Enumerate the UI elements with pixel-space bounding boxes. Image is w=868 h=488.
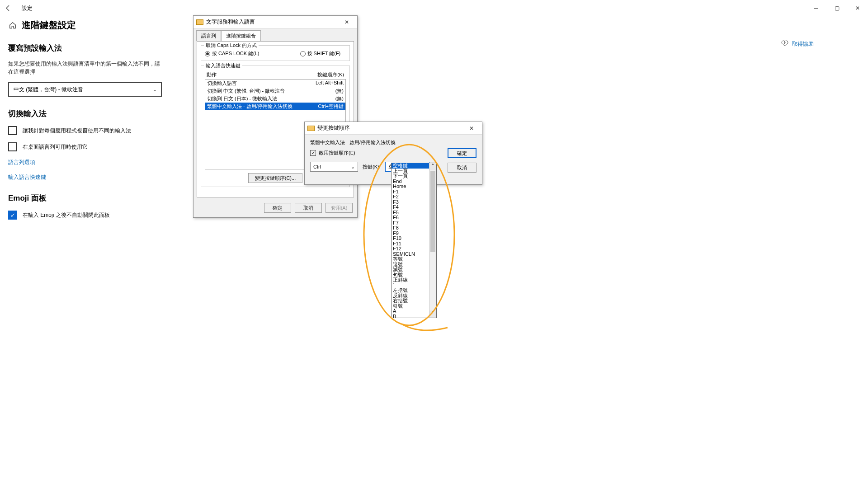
dialog1-apply-button: 套用(A)	[326, 203, 353, 213]
input-language-hotkeys-link[interactable]: 輸入語言快速鍵	[8, 174, 171, 181]
dropdown-option[interactable]: F9	[392, 231, 429, 236]
tab-language-bar[interactable]: 語言列	[196, 30, 221, 41]
per-app-ime-label: 讓我針對每個應用程式視窗使用不同的輸入法	[23, 127, 131, 135]
capslock-radio-shift-label: 按 SHIFT 鍵(F)	[307, 50, 341, 57]
per-app-ime-checkbox[interactable]	[8, 126, 17, 135]
dropdown-option[interactable]: `	[392, 283, 429, 288]
key-dropdown-list[interactable]: 空格鍵上一頁下一頁EndHomeF1F2F3F4F5F6F7F8F9F10F11…	[391, 163, 437, 318]
default-ime-value: 中文 (繁體，台灣) - 微軟注音	[14, 86, 83, 94]
capslock-group: 取消 Caps Lock 的方式 按 CAPS LOCK 鍵(L) 按 SHIF…	[201, 45, 350, 61]
window-titlebar: 設定 ─ ▢ ✕	[0, 0, 868, 16]
dropdown-option[interactable]: 減號	[392, 267, 429, 272]
dialog1-titlebar[interactable]: 文字服務和輸入語言 ✕	[193, 16, 357, 28]
dialog1-ok-button[interactable]: 確定	[264, 203, 291, 213]
dialog2-close-button[interactable]: ✕	[464, 125, 479, 131]
desktop-langbar-checkbox[interactable]	[8, 142, 17, 151]
dropdown-option[interactable]: F2	[392, 194, 429, 200]
chevron-down-icon: ⌄	[153, 87, 156, 92]
section-override-heading: 覆寫預設輸入法	[8, 43, 171, 53]
dropdown-option[interactable]: 空格鍵	[392, 163, 429, 169]
dropdown-option[interactable]: F7	[392, 221, 429, 226]
dropdown-option[interactable]: F6	[392, 215, 429, 221]
dropdown-option[interactable]: 引號	[392, 304, 429, 309]
back-button[interactable]	[0, 5, 16, 12]
dialog1-close-button[interactable]: ✕	[339, 19, 354, 25]
text-services-dialog: 文字服務和輸入語言 ✕ 語言列 進階按鍵組合 取消 Caps Lock 的方式 …	[193, 15, 358, 218]
dropdown-option[interactable]: 等號	[392, 257, 429, 262]
dropdown-option[interactable]: F4	[392, 205, 429, 210]
dropdown-option[interactable]: B	[392, 314, 429, 318]
hotkey-row: 切換輸入語言Left Alt+Shift	[205, 80, 345, 87]
dropdown-option[interactable]: SEMICLN	[392, 252, 429, 257]
dropdown-option[interactable]: F3	[392, 200, 429, 205]
dropdown-option[interactable]: F12	[392, 246, 429, 252]
hotkey-row-selected: 繁體中文輸入法 - 啟用/停用輸入法切換Ctrl+空格鍵	[205, 103, 345, 110]
minimize-button[interactable]: ─	[806, 0, 826, 16]
dropdown-option[interactable]: F1	[392, 189, 429, 195]
dropdown-option[interactable]: F5	[392, 210, 429, 216]
page-title: 進階鍵盤設定	[22, 19, 76, 31]
dropdown-scrollbar[interactable]: ˄ ˅	[429, 163, 436, 318]
settings-content: 進階鍵盤設定 覆寫預設輸入法 如果您想要使用的輸入法與語言清單中的第一個輸入法不…	[8, 19, 171, 220]
language-bar-options-link[interactable]: 語言列選項	[8, 159, 171, 166]
dropdown-option[interactable]: F11	[392, 241, 429, 247]
close-button[interactable]: ✕	[847, 0, 868, 16]
dropdown-option[interactable]: 逗號	[392, 262, 429, 267]
dropdown-option[interactable]: End	[392, 179, 429, 184]
keyboard-icon	[196, 19, 203, 25]
col-action: 動作	[207, 71, 317, 78]
chevron-down-icon: ⌄	[351, 164, 355, 170]
dropdown-option[interactable]: A	[392, 309, 429, 314]
capslock-radio-shift[interactable]: 按 SHIFT 鍵(F)	[300, 50, 341, 57]
dropdown-option[interactable]: 反斜線	[392, 293, 429, 299]
scroll-down-button[interactable]: ˅	[429, 310, 436, 318]
modifier-dropdown[interactable]: Ctrl ⌄	[310, 162, 358, 172]
keyboard-icon	[307, 126, 315, 131]
get-help-label: 取得協助	[792, 40, 814, 48]
scroll-thumb[interactable]	[430, 171, 435, 252]
emoji-keepopen-checkbox[interactable]	[8, 211, 17, 220]
radio-off-icon	[300, 51, 306, 56]
scroll-up-button[interactable]: ˄	[429, 163, 436, 170]
enable-key-sequence-checkbox[interactable]: ✓	[310, 150, 316, 156]
dialog1-title: 文字服務和輸入語言	[206, 18, 255, 26]
hotkey-row: 切換到 日文 (日本) - 微軟輸入法(無)	[205, 95, 345, 103]
desktop-langbar-label: 在桌面語言列可用時使用它	[23, 143, 88, 151]
dialog2-ok-button[interactable]: 確定	[448, 148, 476, 158]
dropdown-option[interactable]: F8	[392, 225, 429, 231]
window-title: 設定	[22, 5, 33, 12]
dialog2-titlebar[interactable]: 變更按鍵順序 ✕	[305, 122, 482, 135]
capslock-radio-caps[interactable]: 按 CAPS LOCK 鍵(L)	[205, 50, 259, 57]
dialog2-cancel-button[interactable]: 取消	[448, 163, 476, 173]
hotkey-row: 切換到 中文 (繁體, 台灣) - 微軟注音(無)	[205, 87, 345, 95]
dropdown-option[interactable]: 下一頁	[392, 174, 429, 179]
dropdown-option[interactable]: 上一頁	[392, 169, 429, 174]
dialog1-cancel-button[interactable]: 取消	[295, 203, 322, 213]
radio-on-icon	[205, 51, 210, 56]
home-icon[interactable]	[8, 21, 17, 30]
enable-key-sequence-label: 啟用按鍵順序(E)	[319, 150, 355, 156]
emoji-keepopen-label: 在輸入 Emoji 之後不自動關閉此面板	[23, 211, 110, 219]
col-keyseq: 按鍵順序(K)	[317, 71, 344, 78]
get-help-link[interactable]: 取得協助	[781, 40, 814, 48]
dropdown-option[interactable]: 正斜線	[392, 277, 429, 283]
tab-advanced-keys[interactable]: 進階按鍵組合	[221, 30, 261, 41]
dropdown-option[interactable]: 左括號	[392, 288, 429, 293]
maximize-button[interactable]: ▢	[826, 0, 847, 16]
default-ime-dropdown[interactable]: 中文 (繁體，台灣) - 微軟注音 ⌄	[8, 82, 162, 97]
modifier-value: Ctrl	[313, 164, 321, 169]
dropdown-option[interactable]: 右括號	[392, 298, 429, 304]
hotkeys-group-legend: 輸入語言快速鍵	[204, 62, 242, 69]
capslock-group-legend: 取消 Caps Lock 的方式	[204, 42, 259, 49]
capslock-radio-caps-label: 按 CAPS LOCK 鍵(L)	[212, 50, 259, 57]
dialog2-title: 變更按鍵順序	[317, 124, 350, 132]
section-override-desc: 如果您想要使用的輸入法與語言清單中的第一個輸入法不同，請在這裡選擇	[8, 60, 164, 76]
svg-point-1	[784, 41, 788, 44]
section-switch-heading: 切換輸入法	[8, 108, 171, 119]
dropdown-option[interactable]: Home	[392, 184, 429, 189]
dropdown-option[interactable]: 句號	[392, 272, 429, 278]
section-emoji-heading: Emoji 面板	[8, 193, 171, 203]
dropdown-option[interactable]: F10	[392, 236, 429, 241]
key-field-label: 按鍵(K):	[363, 164, 381, 170]
change-key-sequence-button[interactable]: 變更按鍵順序(C)...	[248, 173, 302, 183]
